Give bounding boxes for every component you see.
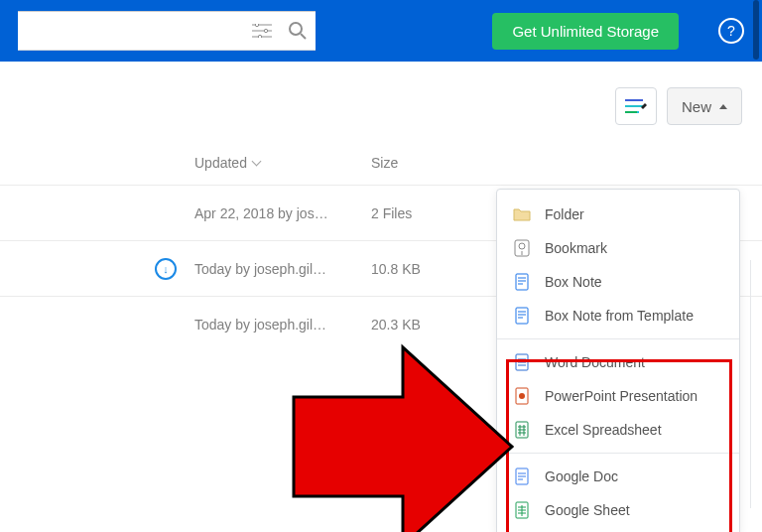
main-area: New Updated Size Apr 22, 2018 by jos… 2 … — [0, 62, 762, 532]
svg-point-0 — [255, 24, 258, 27]
row-updated: Today by joseph.gil… — [194, 261, 371, 277]
column-updated[interactable]: Updated — [194, 155, 371, 171]
column-updated-label: Updated — [194, 155, 247, 171]
menu-item-label: Excel Spreadsheet — [545, 422, 662, 438]
annotation-arrow — [284, 337, 522, 532]
menu-item-google-doc[interactable]: Google Doc — [497, 460, 739, 493]
menu-item-google-sheet[interactable]: Google Sheet — [497, 493, 739, 527]
google-doc-icon — [513, 467, 531, 485]
box-note-template-icon — [513, 307, 531, 325]
menu-item-label: Folder — [545, 206, 584, 222]
menu-item-powerpoint[interactable]: PowerPoint Presentation — [497, 379, 739, 413]
scrollbar-thumb[interactable] — [753, 0, 759, 60]
menu-item-label: Google Sheet — [545, 502, 630, 518]
word-icon — [513, 353, 531, 371]
menu-item-box-note[interactable]: Box Note — [497, 265, 739, 299]
excel-icon — [513, 421, 531, 439]
menu-item-label: PowerPoint Presentation — [545, 388, 698, 404]
search-input[interactable] — [18, 23, 244, 39]
menu-item-excel[interactable]: Excel Spreadsheet — [497, 413, 739, 447]
bookmark-icon — [513, 239, 531, 257]
menu-item-word[interactable]: Word Document — [497, 345, 739, 379]
google-sheet-icon — [513, 501, 531, 519]
menu-item-label: Box Note — [545, 274, 602, 290]
svg-rect-8 — [516, 308, 528, 324]
svg-point-6 — [519, 243, 525, 249]
new-button[interactable]: New — [667, 87, 742, 125]
help-icon[interactable]: ? — [718, 18, 744, 44]
menu-item-box-note-template[interactable]: Box Note from Template — [497, 299, 739, 332]
chevron-down-icon — [251, 157, 261, 167]
svg-point-3 — [290, 23, 302, 35]
search-icon[interactable] — [280, 11, 316, 51]
column-size[interactable]: Size — [371, 155, 762, 171]
top-bar: Get Unlimited Storage ? — [0, 0, 762, 62]
row-icon-cell: ↓ — [0, 258, 194, 280]
row-updated: Apr 22, 2018 by jos… — [194, 205, 371, 221]
side-panel-edge — [750, 260, 762, 508]
action-row: New — [0, 87, 762, 125]
menu-item-label: Bookmark — [545, 240, 607, 256]
menu-item-bookmark[interactable]: Bookmark — [497, 231, 739, 265]
sync-icon: ↓ — [155, 258, 177, 280]
box-note-icon — [513, 273, 531, 291]
caret-up-icon — [719, 104, 727, 109]
svg-point-2 — [258, 35, 261, 38]
filter-icon[interactable] — [244, 11, 280, 51]
search-bar — [18, 11, 316, 51]
new-menu: Folder Bookmark Box Note Box Note from T… — [496, 189, 740, 532]
menu-item-folder[interactable]: Folder — [497, 198, 739, 231]
folder-icon — [513, 205, 531, 223]
menu-separator — [497, 338, 739, 339]
menu-item-label: Box Note from Template — [545, 308, 694, 324]
svg-line-4 — [301, 34, 306, 39]
edit-icon-button[interactable] — [615, 87, 657, 125]
new-button-label: New — [682, 98, 711, 115]
powerpoint-icon — [513, 387, 531, 405]
svg-point-11 — [519, 393, 525, 399]
menu-separator — [497, 453, 739, 454]
menu-item-label: Word Document — [545, 354, 645, 370]
row-updated: Today by joseph.gil… — [194, 317, 371, 332]
svg-point-1 — [264, 29, 267, 32]
table-header: Updated Size — [0, 125, 762, 185]
svg-rect-7 — [516, 274, 528, 290]
upgrade-button[interactable]: Get Unlimited Storage — [492, 13, 679, 50]
menu-item-label: Google Doc — [545, 468, 618, 484]
